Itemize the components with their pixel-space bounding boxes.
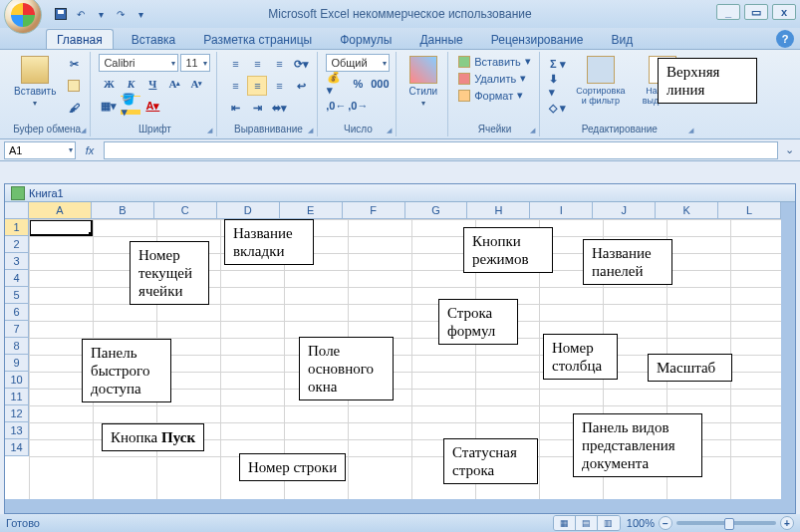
maximize-button[interactable]: ▭ bbox=[744, 4, 768, 20]
copy-button[interactable] bbox=[64, 76, 84, 96]
group-align-label: Выравнивание bbox=[225, 124, 311, 134]
bold-button[interactable]: Ж bbox=[99, 74, 119, 94]
font-color-button[interactable]: A▾ bbox=[142, 96, 162, 116]
align-bot-button[interactable]: ≡ bbox=[269, 54, 289, 74]
qat-dd1[interactable]: ▾ bbox=[92, 5, 110, 23]
formula-input[interactable] bbox=[104, 141, 778, 159]
fx-button[interactable]: fx bbox=[80, 144, 100, 156]
align-top-button[interactable]: ≡ bbox=[225, 54, 245, 74]
col-header-G[interactable]: G bbox=[405, 202, 468, 219]
cells-insert-button[interactable]: Вставить ▾ bbox=[456, 54, 533, 69]
undo-button[interactable]: ↶ bbox=[72, 5, 90, 23]
font-size-combo[interactable]: 11 bbox=[180, 54, 210, 72]
qat-dd2[interactable]: ▾ bbox=[132, 5, 149, 23]
scissors-icon: ✂ bbox=[70, 58, 79, 71]
row-header-12[interactable]: 12 bbox=[5, 405, 29, 422]
col-header-B[interactable]: B bbox=[92, 202, 154, 219]
cells-format-button[interactable]: Формат ▾ bbox=[456, 88, 525, 103]
minimize-button[interactable]: _ bbox=[716, 4, 740, 20]
view-layout-button[interactable]: ▤ bbox=[576, 516, 598, 530]
row-header-9[interactable]: 9 bbox=[5, 355, 29, 372]
col-header-I[interactable]: I bbox=[530, 202, 593, 219]
col-header-D[interactable]: D bbox=[217, 202, 280, 219]
currency-button[interactable]: 💰▾ bbox=[326, 74, 346, 94]
zoom-slider[interactable] bbox=[676, 521, 776, 525]
row-header-10[interactable]: 10 bbox=[5, 372, 29, 389]
autosum-button[interactable]: Σ ▾ bbox=[548, 54, 568, 74]
callout-start: Кнопка Пуск bbox=[102, 423, 204, 451]
row-header-3[interactable]: 3 bbox=[5, 253, 29, 270]
align-right-button[interactable]: ≡ bbox=[269, 76, 289, 96]
view-break-button[interactable]: ▥ bbox=[598, 516, 620, 530]
tab-view[interactable]: Вид bbox=[601, 30, 643, 49]
inc-decimal-button[interactable]: ,0← bbox=[326, 96, 346, 116]
merge-button[interactable]: ⬌▾ bbox=[269, 98, 289, 118]
tab-home[interactable]: Главная bbox=[46, 29, 114, 49]
col-header-A[interactable]: A bbox=[29, 202, 92, 219]
row-header-1[interactable]: 1 bbox=[5, 219, 29, 236]
tab-layout[interactable]: Разметка страницы bbox=[193, 30, 322, 49]
row-header-14[interactable]: 14 bbox=[5, 439, 29, 456]
paste-button[interactable]: Вставить ▾ bbox=[10, 54, 60, 110]
zoom-out-button[interactable]: − bbox=[659, 516, 672, 530]
grow-font-button[interactable]: A▴ bbox=[164, 74, 184, 94]
wrap-button[interactable]: ↩ bbox=[291, 76, 311, 96]
align-mid-button[interactable]: ≡ bbox=[247, 54, 267, 74]
cells-delete-button[interactable]: Удалить ▾ bbox=[456, 71, 528, 86]
save-button[interactable] bbox=[52, 5, 70, 23]
align-center-button[interactable]: ≡ bbox=[247, 76, 267, 96]
tab-insert[interactable]: Вставка bbox=[122, 30, 186, 49]
dec-decimal-button[interactable]: ,0→ bbox=[348, 96, 368, 116]
select-all-corner[interactable] bbox=[5, 202, 29, 219]
styles-button[interactable]: Стили ▾ bbox=[404, 54, 441, 110]
view-normal-button[interactable]: ▦ bbox=[554, 516, 576, 530]
borders-button[interactable]: ▦▾ bbox=[99, 96, 119, 116]
align-left-button[interactable]: ≡ bbox=[225, 76, 245, 96]
close-button[interactable]: x bbox=[772, 4, 796, 20]
row-header-6[interactable]: 6 bbox=[5, 304, 29, 321]
shrink-font-button[interactable]: A▾ bbox=[186, 74, 206, 94]
sort-filter-button[interactable]: Сортировка и фильтр bbox=[572, 54, 630, 108]
zoom-in-button[interactable]: + bbox=[780, 516, 794, 530]
underline-button[interactable]: Ч bbox=[142, 74, 162, 94]
tab-review[interactable]: Рецензирование bbox=[481, 30, 594, 49]
col-header-L[interactable]: L bbox=[718, 202, 781, 219]
orientation-button[interactable]: ⟳▾ bbox=[291, 54, 311, 74]
tab-data[interactable]: Данные bbox=[409, 30, 472, 49]
col-header-E[interactable]: E bbox=[280, 202, 343, 219]
formula-expand[interactable]: ⌄ bbox=[782, 143, 796, 156]
col-header-J[interactable]: J bbox=[593, 202, 656, 219]
comma-button[interactable]: 000 bbox=[370, 74, 390, 94]
font-name-combo[interactable]: Calibri bbox=[99, 54, 178, 72]
help-button[interactable]: ? bbox=[776, 30, 794, 48]
zoom-level[interactable]: 100% bbox=[627, 517, 655, 529]
active-cell[interactable] bbox=[29, 219, 93, 236]
paste-icon bbox=[21, 56, 49, 84]
tab-formulas[interactable]: Формулы bbox=[330, 30, 401, 49]
fill-color-button[interactable]: 🪣▾ bbox=[121, 96, 140, 116]
row-header-13[interactable]: 13 bbox=[5, 422, 29, 439]
row-header-8[interactable]: 8 bbox=[5, 338, 29, 355]
percent-button[interactable]: % bbox=[348, 74, 368, 94]
format-painter-button[interactable]: 🖌 bbox=[64, 98, 84, 118]
row-header-7[interactable]: 7 bbox=[5, 321, 29, 338]
col-header-K[interactable]: K bbox=[656, 202, 718, 219]
clear-button[interactable]: ◇ ▾ bbox=[548, 98, 568, 118]
row-header-5[interactable]: 5 bbox=[5, 287, 29, 304]
name-box[interactable]: A1 bbox=[4, 141, 76, 159]
col-header-C[interactable]: C bbox=[154, 202, 217, 219]
indent-dec-button[interactable]: ⇤ bbox=[225, 98, 245, 118]
indent-inc-button[interactable]: ⇥ bbox=[247, 98, 267, 118]
redo-button[interactable]: ↷ bbox=[112, 5, 130, 23]
row-header-2[interactable]: 2 bbox=[5, 236, 29, 253]
fill-button[interactable]: ⬇ ▾ bbox=[548, 76, 568, 96]
row-header-4[interactable]: 4 bbox=[5, 270, 29, 287]
number-format-combo[interactable]: Общий bbox=[326, 54, 390, 72]
col-header-H[interactable]: H bbox=[467, 202, 530, 219]
italic-button[interactable]: К bbox=[121, 74, 140, 94]
row-header-11[interactable]: 11 bbox=[5, 389, 29, 405]
formula-bar: A1 fx ⌄ bbox=[0, 139, 800, 161]
col-header-F[interactable]: F bbox=[343, 202, 405, 219]
group-align: ≡ ≡ ≡ ⟳▾ ≡ ≡ ≡ ↩ ⇤ ⇥ ⬌▾ Выравнивание bbox=[219, 52, 318, 136]
cut-button[interactable]: ✂ bbox=[64, 54, 84, 74]
